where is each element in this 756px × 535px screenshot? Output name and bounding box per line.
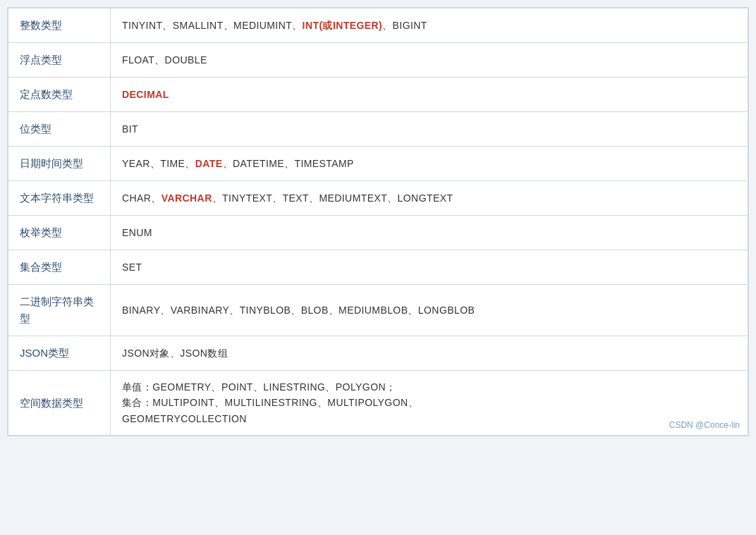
values-cell: ENUM xyxy=(111,216,748,250)
data-types-table: 整数类型TINYINT、SMALLINT、MEDIUMINT、INT(或INTE… xyxy=(8,8,748,436)
type-cell: 空间数据类型 xyxy=(8,371,111,436)
values-cell: TINYINT、SMALLINT、MEDIUMINT、INT(或INTEGER)… xyxy=(111,8,748,43)
type-cell: 文本字符串类型 xyxy=(8,181,111,216)
type-cell: 集合类型 xyxy=(8,250,111,285)
values-cell: JSON对象、JSON数组 xyxy=(111,336,748,371)
values-cell: BINARY、VARBINARY、TINYBLOB、BLOB、MEDIUMBLO… xyxy=(111,285,748,336)
table-row: 文本字符串类型CHAR、VARCHAR、TINYTEXT、TEXT、MEDIUM… xyxy=(8,181,748,216)
table-row: 空间数据类型单值：GEOMETRY、POINT、LINESTRING、POLYG… xyxy=(8,371,748,436)
type-cell: 定点数类型 xyxy=(8,78,111,112)
values-cell: CHAR、VARCHAR、TINYTEXT、TEXT、MEDIUMTEXT、LO… xyxy=(111,181,748,216)
values-cell: DECIMAL xyxy=(111,78,748,112)
values-cell: YEAR、TIME、DATE、DATETIME、TIMESTAMP xyxy=(111,147,748,181)
table-row: 浮点类型FLOAT、DOUBLE xyxy=(8,43,748,78)
table-row: 整数类型TINYINT、SMALLINT、MEDIUMINT、INT(或INTE… xyxy=(8,8,748,43)
type-cell: 位类型 xyxy=(8,112,111,147)
values-cell: 单值：GEOMETRY、POINT、LINESTRING、POLYGON；集合：… xyxy=(111,371,748,436)
table-row: 枚举类型ENUM xyxy=(8,216,748,250)
table-row: 二进制字符串类型BINARY、VARBINARY、TINYBLOB、BLOB、M… xyxy=(8,285,748,336)
type-cell: 二进制字符串类型 xyxy=(8,285,111,336)
type-cell: 日期时间类型 xyxy=(8,147,111,181)
main-container: 整数类型TINYINT、SMALLINT、MEDIUMINT、INT(或INTE… xyxy=(7,7,749,436)
table-row: 位类型BIT xyxy=(8,112,748,147)
table-row: 集合类型SET xyxy=(8,250,748,285)
table-row: JSON类型JSON对象、JSON数组 xyxy=(8,336,748,371)
type-cell: JSON类型 xyxy=(8,336,111,371)
table-row: 日期时间类型YEAR、TIME、DATE、DATETIME、TIMESTAMP xyxy=(8,147,748,181)
watermark: CSDN @Conce-lin xyxy=(669,420,740,430)
values-cell: SET xyxy=(111,250,748,285)
table-row: 定点数类型DECIMAL xyxy=(8,78,748,112)
values-cell: BIT xyxy=(111,112,748,147)
type-cell: 整数类型 xyxy=(8,8,111,43)
type-cell: 枚举类型 xyxy=(8,216,111,250)
type-cell: 浮点类型 xyxy=(8,43,111,78)
values-cell: FLOAT、DOUBLE xyxy=(111,43,748,78)
